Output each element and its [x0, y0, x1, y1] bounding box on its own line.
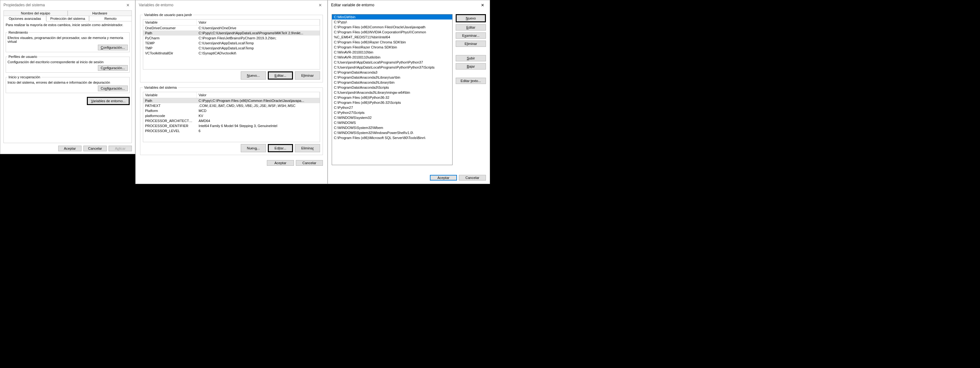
table-row[interactable]: PlatformMCD — [143, 108, 320, 113]
list-item[interactable]: C:\Python27 — [332, 105, 452, 110]
cell-value: C:\Program Files\JetBrains\PyCharm 2019.… — [197, 36, 320, 40]
table-row[interactable]: PROCESSOR_IDENTIFIERIntel64 Family 6 Mod… — [143, 123, 320, 128]
sys-vars-table[interactable]: Variable Valor PathC:\Pypy\;C:\Program F… — [143, 92, 320, 142]
edit-button[interactable]: Editar — [456, 24, 486, 30]
table-row[interactable]: PyCharmC:\Program Files\JetBrains\PyChar… — [143, 35, 320, 41]
table-row[interactable]: PathC:\Pypy\;C:\Program Files (x86)\Comm… — [143, 98, 320, 103]
list-item[interactable]: C:\Program Files (x86)\Microsoft SQL Ser… — [332, 135, 452, 140]
cell-value: C:\Users\jandr\AppData\Local\Temp — [197, 46, 320, 50]
delete-button[interactable]: Eliminar — [456, 41, 486, 47]
sys-new-button[interactable]: Nueva... — [241, 144, 266, 152]
ok-button[interactable]: Aceptar — [58, 146, 81, 151]
list-item[interactable]: %C_EM64T_REDIST11%bin\Intel64 — [332, 35, 452, 40]
close-icon[interactable] — [313, 0, 327, 10]
list-item[interactable]: C:\WINDOWS — [332, 120, 452, 125]
list-item[interactable]: C:\Program Files (x86)\Python36-32 — [332, 95, 452, 100]
table-row[interactable]: TEMPC:\Users\jandr\AppData\Local\Temp — [143, 41, 320, 46]
tab-strip: Nombre del equipo Hardware Opciones avan… — [3, 10, 132, 21]
list-item[interactable]: C:\Program Files (x86)\NVIDIA Corporatio… — [332, 30, 452, 35]
list-item[interactable]: C:\Program Files (x86)\Razer Chroma SDK\… — [332, 40, 452, 44]
apply-button[interactable]: Aplicar — [108, 146, 132, 151]
cell-variable: TMP — [143, 46, 197, 50]
table-row[interactable]: OneDriveConsumerC:\Users\jandr\OneDrive — [143, 25, 320, 30]
profiles-config-button[interactable]: Configuración... — [98, 65, 128, 71]
path-listbox[interactable]: C:\MinGW\binC:\Pypy\C:\Program Files (x8… — [332, 14, 453, 165]
table-row[interactable]: PathC:\Pypy\;C:\Users\jandr\AppData\Loca… — [143, 30, 320, 35]
list-item[interactable]: C:\ProgramData\Anaconda3\Scripts — [332, 85, 452, 90]
env-vars-dialog: Variables de entorno Variables de usuari… — [135, 0, 328, 184]
col-value[interactable]: Valor — [197, 19, 320, 25]
table-row[interactable]: VCToolkitInstallDirC:\SynaptiCAD\vctoolk… — [143, 51, 320, 56]
table-row[interactable]: TMPC:\Users\jandr\AppData\Local\Temp — [143, 46, 320, 51]
env-vars-button[interactable]: Variables de entorno... — [87, 97, 130, 105]
profiles-desc: Configuración del escritorio correspondi… — [8, 60, 128, 64]
profiles-legend: Perfiles de usuario — [8, 55, 38, 59]
cancel-button[interactable]: Cancelar — [83, 146, 107, 151]
sys-edit-button[interactable]: Editar... — [268, 144, 293, 152]
table-row[interactable]: platformcodeKV — [143, 113, 320, 118]
list-item[interactable]: C:\ProgramData\Anaconda3 — [332, 70, 452, 75]
titlebar: Editar variable de entorno — [328, 0, 490, 10]
cell-value: KV — [197, 114, 320, 118]
tab-hardware[interactable]: Hardware — [68, 10, 132, 16]
tab-system-protection[interactable]: Protección del sistema — [46, 16, 89, 21]
list-item[interactable]: C:\ProgramData\Anaconda3\Library\bin — [332, 80, 452, 85]
col-variable[interactable]: Variable — [143, 92, 197, 98]
close-icon[interactable] — [121, 0, 135, 10]
cell-variable: PROCESSOR_ARCHITECTURE — [143, 119, 197, 123]
cell-value: C:\Users\jandr\OneDrive — [197, 26, 320, 30]
cell-variable: OneDriveConsumer — [143, 26, 197, 30]
col-variable[interactable]: Variable — [143, 19, 197, 25]
tab-advanced[interactable]: Opciones avanzadas — [3, 16, 46, 21]
close-icon[interactable] — [476, 0, 490, 10]
list-item[interactable]: C:\WinAVR-20100110\bin — [332, 50, 452, 55]
user-new-button[interactable]: Nuevo... — [241, 71, 266, 79]
ok-button[interactable]: Aceptar — [430, 175, 457, 181]
performance-config-button[interactable]: Configuración... — [98, 44, 128, 50]
user-vars-table[interactable]: Variable Valor OneDriveConsumerC:\Users\… — [143, 19, 320, 70]
list-item[interactable]: C:\WINDOWS\System32\WindowsPowerShell\v1… — [332, 130, 452, 135]
user-delete-button[interactable]: Eliminar — [295, 71, 320, 79]
titlebar: Variables de entorno — [136, 0, 327, 10]
list-item[interactable]: C:\Pypy\ — [332, 19, 452, 25]
table-row[interactable]: PATHEXT.COM;.EXE;.BAT;.CMD;.VBS;.VBE;.JS… — [143, 103, 320, 108]
up-button[interactable]: Subir — [456, 55, 486, 61]
list-item[interactable]: C:\Program Files (x86)\Common Files\Orac… — [332, 25, 452, 30]
list-item[interactable]: C:\MinGW\bin — [332, 14, 452, 19]
titlebar: Propiedades del sistema — [0, 0, 135, 10]
browse-button[interactable]: Examinar... — [456, 32, 486, 39]
list-item[interactable]: C:\ProgramData\Anaconda3\Library\usr\bin — [332, 75, 452, 80]
cancel-button[interactable]: Cancelar — [459, 175, 486, 181]
ok-button[interactable]: Aceptar — [267, 160, 294, 166]
user-edit-button[interactable]: Editar... — [268, 71, 293, 79]
new-button[interactable]: Nuevo — [456, 14, 486, 22]
col-value[interactable]: Valor — [197, 92, 320, 98]
cell-value: Intel64 Family 6 Model 94 Stepping 3, Ge… — [197, 124, 320, 128]
list-item[interactable]: C:\Users\jandr\AppData\Local\Programs\Py… — [332, 60, 452, 65]
sys-vars-group: Variables del sistema Variable Valor Pat… — [140, 86, 323, 155]
sys-delete-button[interactable]: Eliminar — [295, 144, 320, 152]
cell-variable: platformcode — [143, 114, 197, 118]
list-item[interactable]: C:\Users\jandr\AppData\Local\Programs\Py… — [332, 65, 452, 70]
table-row[interactable]: PROCESSOR_LEVEL6 — [143, 128, 320, 133]
startup-config-button[interactable]: Configuración... — [98, 86, 128, 91]
list-item[interactable]: C:\WinAVR-20100110\utils\bin — [332, 55, 452, 60]
list-item[interactable]: C:\WINDOWS\system32 — [332, 115, 452, 120]
list-item[interactable]: C:\Program Files (x86)\Python36-32\Scrip… — [332, 100, 452, 105]
table-row[interactable]: PROCESSOR_ARCHITECTUREAMD64 — [143, 118, 320, 123]
startup-legend: Inicio y recuperación — [8, 75, 41, 79]
down-button[interactable]: Bajar — [456, 63, 486, 70]
startup-group: Inicio y recuperación Inicio del sistema… — [6, 75, 130, 93]
tab-computer-name[interactable]: Nombre del equipo — [3, 10, 68, 16]
cell-variable: PATHEXT — [143, 103, 197, 108]
edit-text-button[interactable]: Editar texto... — [456, 78, 486, 84]
tab-remote[interactable]: Remoto — [89, 16, 132, 21]
cell-variable: PyCharm — [143, 36, 197, 40]
list-item[interactable]: C:\Users\jandr\Anaconda3\Library\mingw-w… — [332, 90, 452, 95]
cancel-button[interactable]: Cancelar — [296, 160, 323, 166]
list-item[interactable]: C:\Python27\Scripts — [332, 110, 452, 115]
list-item[interactable]: C:\WINDOWS\System32\Wbem — [332, 125, 452, 130]
startup-desc: Inicio del sistema, errores del sistema … — [8, 81, 128, 84]
intro-text: Para realizar la mayoría de estos cambio… — [6, 23, 130, 27]
list-item[interactable]: C:\Program Files\Razer Chroma SDK\bin — [332, 44, 452, 50]
